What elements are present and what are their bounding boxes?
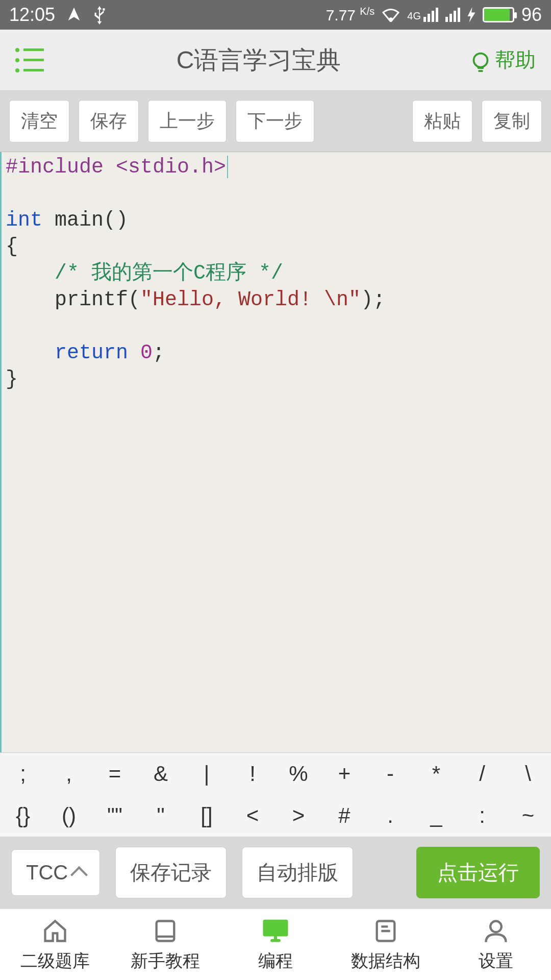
history-button[interactable]: 保存记录 [115, 847, 227, 898]
cursor-icon [227, 156, 228, 178]
code-line: #include <stdio.h> [6, 156, 226, 179]
svg-point-5 [490, 921, 502, 932]
status-bar: 12:05 7.77 K/s 4G 96 [0, 0, 551, 30]
symbol-key[interactable]: / [459, 762, 505, 786]
help-button[interactable]: 帮助 [471, 46, 536, 74]
run-button[interactable]: 点击运行 [416, 847, 540, 898]
symbol-key[interactable]: < [230, 803, 276, 828]
document-icon [371, 917, 400, 945]
app-title: C语言学习宝典 [46, 44, 471, 77]
code-token: } [6, 368, 18, 391]
redo-button[interactable]: 下一步 [236, 100, 314, 142]
format-button[interactable]: 自动排版 [242, 847, 353, 898]
battery-icon [483, 7, 514, 22]
user-icon [482, 917, 510, 945]
code-token: ); [361, 288, 385, 311]
battery-level: 96 [521, 4, 542, 26]
symbol-key[interactable]: - [367, 762, 413, 786]
signal-4g-icon: 4G [407, 8, 438, 22]
bottom-nav: 二级题库 新手教程 编程 数据结构 设置 [0, 909, 551, 980]
symbol-key[interactable]: . [367, 803, 413, 828]
symbol-key[interactable]: : [459, 803, 505, 828]
code-string: "Hello, World! \n" [140, 288, 361, 311]
symbol-keyboard: ;,=&|!%+-*/\ {}()""''[]<>#._:~ [0, 752, 551, 837]
copy-button[interactable]: 复制 [482, 100, 542, 142]
symbol-key[interactable]: , [46, 762, 92, 786]
save-button[interactable]: 保存 [79, 100, 139, 142]
status-icon-1 [65, 6, 83, 23]
code-token: { [6, 235, 18, 258]
nav-data-structure[interactable]: 数据结构 [331, 909, 441, 980]
symbol-key[interactable]: '' [138, 803, 184, 828]
symbol-key[interactable]: > [276, 803, 321, 828]
monitor-icon [261, 917, 290, 945]
symbol-key[interactable]: & [138, 762, 184, 786]
home-icon [41, 917, 69, 945]
code-token: int [6, 209, 42, 232]
symbol-key[interactable]: \ [505, 762, 551, 786]
svg-point-1 [474, 53, 488, 67]
menu-button[interactable] [15, 45, 46, 76]
paste-button[interactable]: 粘贴 [412, 100, 472, 142]
bulb-icon [471, 51, 490, 69]
nav-tutorial[interactable]: 新手教程 [110, 909, 220, 980]
svg-rect-2 [157, 921, 174, 941]
code-token: main() [42, 209, 128, 232]
usb-icon [93, 5, 106, 24]
symbol-row-1: ;,=&|!%+-*/\ [0, 753, 551, 795]
nav-label: 数据结构 [351, 949, 420, 973]
svg-point-0 [389, 17, 393, 21]
clear-button[interactable]: 清空 [9, 100, 69, 142]
code-token: 0 [140, 341, 153, 364]
symbol-key[interactable]: [] [184, 803, 230, 828]
app-header: C语言学习宝典 帮助 [0, 30, 551, 91]
nav-label: 设置 [479, 949, 513, 973]
symbol-key[interactable]: _ [413, 803, 459, 828]
symbol-key[interactable]: () [46, 803, 92, 828]
compiler-select[interactable]: TCC [11, 849, 100, 896]
net-speed: 7.77 K/s [326, 6, 375, 24]
nav-settings[interactable]: 设置 [441, 909, 551, 980]
symbol-key[interactable]: = [92, 762, 138, 786]
wifi-icon [382, 8, 400, 22]
nav-coding[interactable]: 编程 [220, 909, 331, 980]
nav-label: 编程 [258, 949, 293, 973]
symbol-row-2: {}()""''[]<>#._:~ [0, 795, 551, 837]
symbol-key[interactable]: ; [0, 762, 46, 786]
book-icon [151, 917, 180, 945]
nav-label: 新手教程 [131, 949, 200, 973]
nav-label: 二级题库 [20, 949, 90, 973]
symbol-key[interactable]: {} [0, 803, 46, 828]
action-bar: TCC 保存记录 自动排版 点击运行 [0, 837, 551, 909]
compiler-label: TCC [26, 861, 68, 884]
code-token: ; [153, 341, 165, 364]
code-comment: /* 我的第一个C程序 */ [55, 262, 283, 285]
nav-question-bank[interactable]: 二级题库 [0, 909, 110, 980]
charging-icon [467, 7, 475, 22]
status-time: 12:05 [9, 4, 55, 26]
symbol-key[interactable]: "" [92, 803, 138, 828]
symbol-key[interactable]: * [413, 762, 459, 786]
help-label: 帮助 [495, 46, 536, 74]
symbol-key[interactable]: ~ [505, 803, 551, 828]
chevron-up-icon [70, 866, 88, 884]
symbol-key[interactable]: # [321, 803, 367, 828]
symbol-key[interactable]: % [276, 762, 321, 786]
undo-button[interactable]: 上一步 [148, 100, 227, 142]
svg-rect-3 [264, 920, 288, 936]
code-token: return [55, 341, 128, 364]
symbol-key[interactable]: | [184, 762, 230, 786]
symbol-key[interactable]: + [321, 762, 367, 786]
code-editor[interactable]: #include <stdio.h> int main() { /* 我的第一个… [0, 152, 551, 752]
signal-icon [445, 8, 460, 22]
toolbar: 清空 保存 上一步 下一步 粘贴 复制 [0, 91, 551, 152]
code-token: printf( [55, 288, 140, 311]
symbol-key[interactable]: ! [230, 762, 276, 786]
